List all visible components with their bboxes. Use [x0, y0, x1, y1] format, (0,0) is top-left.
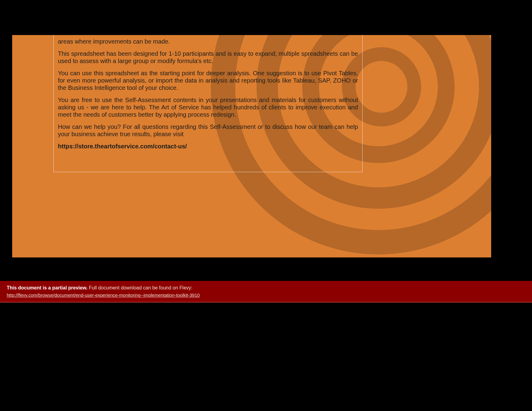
paragraph-fragment: areas where improvements can be made.	[58, 38, 358, 45]
contact-url: https://store.theartofservice.com/contac…	[58, 143, 358, 150]
paragraph: You can use this spreadsheet as the star…	[58, 69, 358, 91]
paragraph: You are free to use the Self-Assessment …	[58, 96, 358, 118]
content-text-frame: areas where improvements can be made. Th…	[53, 35, 363, 172]
preview-banner-bold: This document is a partial preview.	[7, 285, 87, 290]
preview-banner-line2: http://flevy.com/browse/document/end-use…	[7, 292, 525, 298]
preview-banner-link[interactable]: http://flevy.com/browse/document/end-use…	[7, 292, 200, 298]
document-page: areas where improvements can be made. Th…	[12, 35, 491, 257]
preview-banner-line1: This document is a partial preview. Full…	[7, 285, 525, 291]
paragraph: This spreadsheet has been designed for 1…	[58, 50, 358, 65]
page-root: areas where improvements can be made. Th…	[0, 0, 532, 411]
preview-banner: This document is a partial preview. Full…	[0, 281, 532, 303]
paragraph: How can we help you? For all questions r…	[58, 123, 358, 138]
preview-banner-rest: Full document download can be found on F…	[87, 285, 192, 290]
